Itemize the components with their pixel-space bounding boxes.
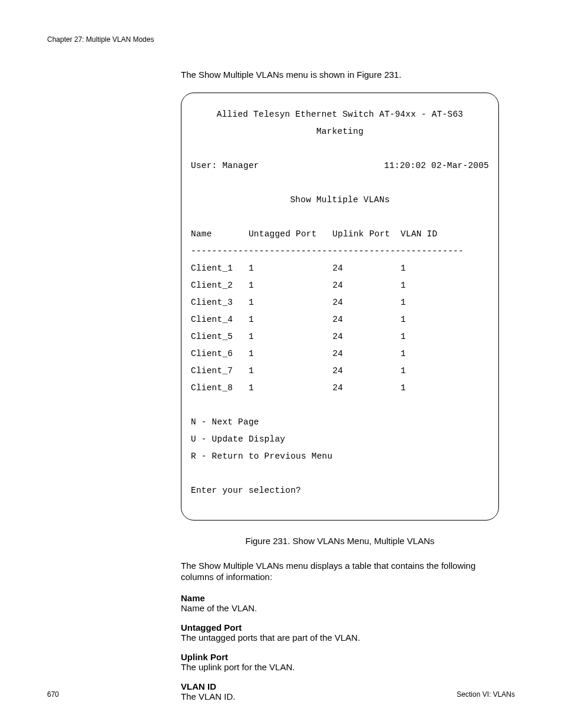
prompt: Enter your selection? — [191, 486, 489, 495]
page-number: 670 — [47, 690, 59, 699]
table-row: Client_7 1 24 1 — [191, 367, 489, 375]
def-desc-uplink: The uplink port for the VLAN. — [181, 662, 499, 672]
terminal-figure: Allied Telesyn Ethernet Switch AT-94xx -… — [181, 93, 499, 521]
row-name: Client_5 — [191, 332, 233, 341]
table-row: Client_2 1 24 1 — [191, 281, 489, 290]
row-name: Client_6 — [191, 349, 233, 358]
row-name: Client_2 — [191, 281, 233, 290]
row-untagged: 1 — [249, 349, 254, 358]
row-uplink: 24 — [332, 349, 343, 358]
row-uplink: 24 — [332, 366, 343, 375]
section-label: Section VI: VLANs — [457, 690, 515, 699]
terminal-datetime: 11:20:02 02-Mar-2005 — [384, 162, 489, 170]
row-uplink: 24 — [332, 383, 343, 393]
def-desc-untagged: The untagged ports that are part of the … — [181, 633, 499, 643]
row-uplink: 24 — [332, 263, 343, 273]
terminal-title-1: Allied Telesyn Ethernet Switch AT-94xx -… — [191, 110, 489, 119]
row-uplink: 24 — [332, 298, 343, 307]
row-vlanid: 1 — [401, 383, 406, 393]
terminal-user: User: Manager — [191, 162, 259, 170]
def-desc-name: Name of the VLAN. — [181, 603, 499, 613]
row-uplink: 24 — [332, 315, 343, 324]
def-term-untagged: Untagged Port — [181, 622, 499, 633]
footer: 670 Section VI: VLANs — [47, 690, 515, 699]
row-untagged: 1 — [249, 366, 254, 375]
option-return: R - Return to Previous Menu — [191, 452, 489, 461]
col-vlanid: VLAN ID — [401, 229, 437, 239]
option-next: N - Next Page — [191, 418, 489, 427]
figure-caption: Figure 231. Show VLANs Menu, Multiple VL… — [181, 536, 499, 546]
row-vlanid: 1 — [401, 332, 406, 341]
body-paragraph: The Show Multiple VLANs menu displays a … — [181, 560, 499, 582]
option-update: U - Update Display — [191, 435, 489, 444]
col-name: Name — [191, 229, 212, 239]
row-name: Client_4 — [191, 315, 233, 324]
row-untagged: 1 — [249, 281, 254, 290]
def-term-uplink: Uplink Port — [181, 652, 499, 662]
row-vlanid: 1 — [401, 349, 406, 358]
row-name: Client_8 — [191, 383, 233, 393]
row-uplink: 24 — [332, 332, 343, 341]
intro-text: The Show Multiple VLANs menu is shown in… — [181, 70, 499, 80]
row-vlanid: 1 — [401, 298, 406, 307]
row-untagged: 1 — [249, 383, 254, 393]
row-name: Client_7 — [191, 366, 233, 375]
terminal-separator: ----------------------------------------… — [191, 247, 489, 256]
col-uplink: Uplink Port — [332, 229, 390, 239]
row-untagged: 1 — [249, 315, 254, 324]
row-untagged: 1 — [249, 332, 254, 341]
terminal-title-2: Marketing — [191, 127, 489, 136]
table-row: Client_5 1 24 1 — [191, 332, 489, 341]
col-untagged: Untagged Port — [249, 229, 317, 239]
row-name: Client_1 — [191, 263, 233, 273]
row-vlanid: 1 — [401, 263, 406, 273]
def-term-name: Name — [181, 593, 499, 603]
table-row: Client_3 1 24 1 — [191, 298, 489, 307]
row-vlanid: 1 — [401, 315, 406, 324]
table-row: Client_6 1 24 1 — [191, 350, 489, 358]
row-untagged: 1 — [249, 298, 254, 307]
row-vlanid: 1 — [401, 281, 406, 290]
table-row: Client_8 1 24 1 — [191, 384, 489, 393]
row-untagged: 1 — [249, 263, 254, 273]
chapter-header: Chapter 27: Multiple VLAN Modes — [47, 35, 154, 44]
terminal-heading: Show Multiple VLANs — [191, 196, 489, 205]
row-name: Client_3 — [191, 298, 233, 307]
terminal-columns: Name Untagged Port Uplink Port VLAN ID — [191, 230, 489, 239]
row-vlanid: 1 — [401, 366, 406, 375]
table-row: Client_4 1 24 1 — [191, 315, 489, 324]
main-content: The Show Multiple VLANs menu is shown in… — [181, 70, 499, 711]
row-uplink: 24 — [332, 281, 343, 290]
table-row: Client_1 1 24 1 — [191, 264, 489, 273]
